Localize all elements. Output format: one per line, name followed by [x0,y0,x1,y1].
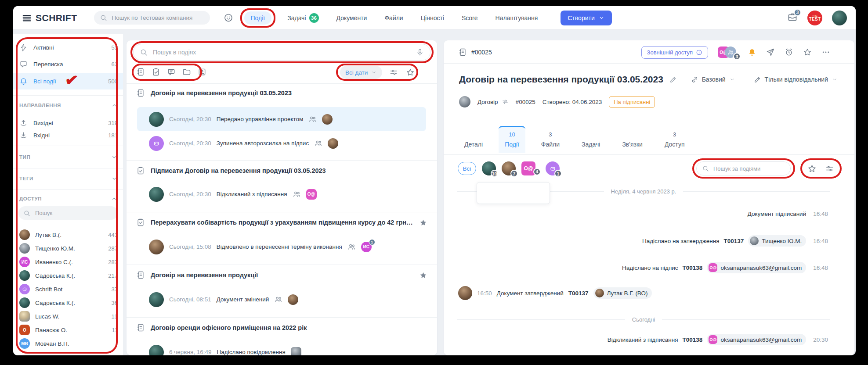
sliders-icon[interactable] [389,68,398,77]
task-ref[interactable]: T00138 [683,265,703,271]
event-row[interactable]: Сьогодні, 20:30 Зупинена авторозсилка на… [137,131,426,155]
event-group-title[interactable]: Договір на перевезення продукції 03.05.2… [136,87,427,99]
timeline-search-input[interactable] [712,165,785,172]
task-filter-icon[interactable] [152,68,160,76]
timeline-event[interactable]: 16:50 Документ затверджений T00137 Лутак… [458,286,652,301]
access-person[interactable]: Лутак В.(. 441 [19,228,118,241]
access-search[interactable] [18,206,118,220]
section-tags[interactable]: ТЕГИ [19,173,118,184]
sidebar-item-incoming[interactable]: Вхідні 181 [19,128,118,142]
access-person[interactable]: МВ Мовчан В.П. 7 [19,337,118,350]
events-search-input[interactable] [152,48,412,56]
tab-access[interactable]: 3 Доступ [658,126,691,153]
more-menu-icon[interactable] [821,48,830,57]
access-person[interactable]: Schrift Bot 37 [19,283,118,296]
event-group-title[interactable]: Перерахувати собівартість продукції з ур… [136,216,427,229]
send-icon[interactable] [766,48,775,57]
event-group-title[interactable]: Договір на перевезення продукції [136,269,427,281]
sidebar-item-active[interactable]: Активні 53 [19,40,118,54]
tab-files[interactable]: 3 Файли [535,126,566,153]
participant-filter-avatar[interactable]: 1 [546,161,560,175]
access-person[interactable]: Садовська К.(. 217 [19,269,118,282]
document-filter-icon[interactable] [136,68,145,76]
responsibility-dropdown[interactable]: Тільки відповідальний [754,76,838,83]
tab-details[interactable]: Деталі [458,126,489,153]
participant-filter-avatar[interactable]: 10 [482,161,496,175]
external-access-button[interactable]: Зовнішній доступ [641,46,708,59]
sidebar-item-correspondence[interactable]: Переписка 62 [19,57,118,71]
folder-filter-icon[interactable] [182,68,191,76]
section-direction[interactable]: НАПРАВЛЕННЯ [19,100,118,111]
date-filter-dropdown[interactable]: Всі дати [340,66,382,79]
participant-filter-avatar[interactable]: 7 [502,161,516,175]
mic-icon[interactable] [416,48,424,56]
section-access[interactable]: ДОСТУП [19,193,118,204]
edit-title-icon[interactable] [669,76,677,83]
tab-events[interactable]: 10 Події [499,126,525,153]
favorite-star-icon[interactable] [419,218,427,227]
owner-avatar[interactable] [459,96,470,107]
tab-links[interactable]: Зв'язки [616,126,649,153]
task-ref[interactable]: T00137 [724,238,744,244]
task-ref[interactable]: T00138 [683,336,703,343]
access-person[interactable]: Тищенко Ю.М. 287 [19,242,118,255]
global-search-input[interactable] [111,14,204,21]
event-row[interactable]: 6 червня, 16:49 Надіслано повідомлення [137,340,426,355]
tab-tasks[interactable]: Задачі [575,126,606,153]
timeline-search[interactable] [696,161,791,175]
nav-tab-values[interactable]: Цінності [421,14,444,21]
event-group-title[interactable]: Підписати Договір на перевезення продукц… [136,165,427,177]
menu-icon[interactable] [22,13,32,23]
nav-tab-score[interactable]: Score [462,14,478,21]
task-ref[interactable]: T00137 [568,290,589,297]
timeline-event[interactable]: Документ підписаний 16:48 [748,207,828,220]
create-button[interactable]: Створити [561,11,611,25]
notifications-bell-icon[interactable] [748,48,756,57]
nav-tab-settings[interactable]: Налаштування [495,14,538,21]
link-icon [691,76,698,83]
person-chip[interactable]: Лутак В.Г. (ВО) [593,287,652,299]
access-person[interactable]: Lucas W. 13 [19,310,118,323]
person-chip[interactable]: Тищенко Ю.М. [748,235,806,247]
nav-tab-files[interactable]: Файли [384,14,403,21]
status-badge[interactable]: На підписанні [609,96,655,108]
event-row-selected[interactable]: Сьогодні, 20:30 Передано управління прое… [137,107,426,131]
timeline-event[interactable]: Надіслано на підпис T00138 O@ oksanapana… [622,261,828,274]
contact-filter-icon[interactable] [198,68,206,76]
access-person[interactable]: O ! Панасюк О. 11 [19,323,118,336]
access-person[interactable]: ИС Иваненко С.(. 287 [19,255,118,268]
star-icon[interactable] [807,164,817,173]
star-icon[interactable] [803,48,812,57]
shared-avatars[interactable]: O@ 3 [718,47,738,58]
person-chip[interactable]: O@ oksanapanasuk63@gmail.com [707,334,806,345]
reminder-clock-icon[interactable] [785,48,793,57]
nav-tab-documents[interactable]: Документи [336,14,367,21]
favorite-star-icon[interactable] [419,271,427,279]
nav-tab-events[interactable]: Події [244,11,272,25]
user-avatar[interactable] [832,11,847,25]
event-group-title[interactable]: Договір оренди офісного приміщення на 20… [136,322,427,334]
event-row[interactable]: Сьогодні, 08:51 Документ змінений [137,287,426,311]
message-filter-icon[interactable] [167,68,176,76]
timeline-event[interactable]: Надіслано на затвердження T00137 Тищенко… [642,234,828,247]
section-type[interactable]: ТИП [19,152,118,162]
participants-icon [274,295,282,304]
events-search[interactable] [133,44,430,61]
person-chip[interactable]: O@ oksanapanasuk63@gmail.com [707,262,806,273]
support-chat-icon[interactable] [223,13,234,23]
timeline-event[interactable]: Відкликаний з підписання T00138 O@ oksan… [608,333,828,346]
global-search[interactable] [94,11,210,25]
org-logo[interactable]: THETEST [807,11,822,25]
inbox-tray[interactable]: 3 [787,12,798,24]
mode-dropdown[interactable]: Базовий [691,76,735,83]
nav-tab-tasks[interactable]: Задачі 36 [287,13,318,23]
record-type[interactable]: Договір [477,98,509,105]
swap-icon[interactable] [502,98,509,105]
filter-all[interactable]: Всі [458,162,476,175]
event-row[interactable]: Сьогодні, 20:30 Відкликаний з підписання… [137,182,426,206]
access-person[interactable]: Садовська К.(. 36 [19,296,118,309]
event-row[interactable]: Сьогодні, 15:08 Відмовлено в перенесенні… [137,235,426,259]
star-icon[interactable] [406,68,415,77]
access-search-input[interactable] [34,209,113,217]
sliders-icon[interactable] [825,164,834,173]
